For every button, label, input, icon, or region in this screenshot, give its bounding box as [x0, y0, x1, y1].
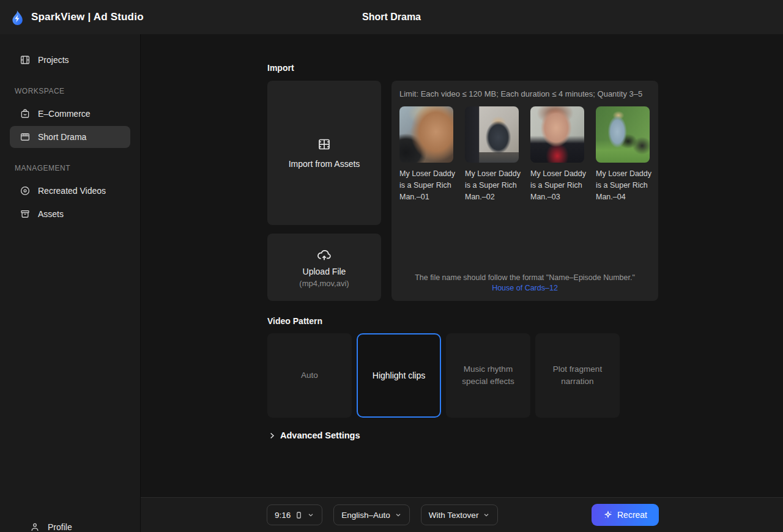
note-example-link[interactable]: House of Cards–12 — [392, 283, 658, 294]
shopping-bag-icon — [20, 108, 31, 119]
sidebar-item-recreated-videos[interactable]: Recreated Videos — [10, 180, 130, 202]
chevron-down-icon — [395, 511, 402, 519]
video-item: My Loser Daddy is a Super Rich Man.–04 — [596, 106, 655, 203]
disc-icon — [20, 185, 31, 196]
pattern-option-plot-fragment[interactable]: Plot fragment narration — [535, 333, 620, 418]
sidebar-item-label: Projects — [38, 55, 69, 65]
video-caption: My Loser Daddy is a Super Rich Man.–02 — [465, 168, 524, 203]
sidebar-section-management: MANAGEMENT — [15, 164, 140, 172]
sidebar-item-projects[interactable]: Projects — [10, 49, 130, 71]
person-icon — [29, 522, 40, 532]
projects-icon — [20, 54, 31, 65]
sidebar-item-label: Short Drama — [38, 132, 86, 142]
import-from-assets-button[interactable]: Import from Assets — [267, 81, 381, 225]
import-from-assets-label: Import from Assets — [289, 159, 360, 169]
sidebar-section-workspace: WORKSPACE — [15, 87, 140, 95]
recreate-button-label: Recreat — [617, 510, 647, 520]
language-dropdown[interactable]: English–Auto — [333, 504, 410, 525]
video-thumbnail-3[interactable] — [530, 106, 584, 163]
sidebar-item-label: Profile — [48, 522, 72, 532]
video-thumbnail-4[interactable] — [596, 106, 650, 163]
sidebar-item-label: Assets — [38, 209, 64, 219]
upload-file-label: Upload File — [303, 267, 346, 276]
aspect-ratio-value: 9:16 — [275, 511, 291, 520]
video-thumbnail-row: My Loser Daddy is a Super Rich Man.–01 M… — [399, 106, 650, 203]
brand-name: SparkView | Ad Studio — [31, 11, 144, 23]
video-caption: My Loser Daddy is a Super Rich Man.–04 — [596, 168, 655, 203]
film-grid-icon — [317, 137, 332, 152]
chevron-right-icon — [267, 431, 276, 440]
video-pattern-options: Auto Highlight clips Music rhythm specia… — [267, 333, 620, 418]
sparkle-icon — [603, 510, 613, 520]
bottom-action-bar: 9:16 English–Auto — [141, 497, 783, 532]
pattern-option-music-rhythm[interactable]: Music rhythm special effects — [446, 333, 530, 418]
app-window: Short Drama SparkView | Ad Studio — [0, 0, 783, 532]
video-item: My Loser Daddy is a Super Rich Man.–03 — [530, 106, 589, 203]
video-item: My Loser Daddy is a Super Rich Man.–02 — [465, 106, 524, 203]
sidebar-item-assets[interactable]: Assets — [10, 203, 130, 225]
sidebar-item-label: E–Commerce — [38, 109, 91, 119]
advanced-settings-label: Advanced Settings — [280, 430, 360, 440]
pattern-option-label: Auto — [301, 369, 318, 382]
chevron-down-icon — [483, 511, 490, 519]
archive-box-icon — [20, 209, 31, 220]
limit-text: Limit: Each video ≤ 120 MB; Each duratio… — [399, 89, 650, 98]
video-item: My Loser Daddy is a Super Rich Man.–01 — [399, 106, 458, 203]
aspect-ratio-dropdown[interactable]: 9:16 — [267, 504, 322, 525]
portrait-orientation-icon — [295, 511, 303, 520]
sidebar-item-ecommerce[interactable]: E–Commerce — [10, 103, 130, 125]
top-bar: Short Drama SparkView | Ad Studio — [0, 0, 783, 34]
video-thumbnail-1[interactable] — [399, 106, 453, 163]
note-text: The file name should follow the format "… — [392, 273, 658, 283]
imported-videos-panel: Limit: Each video ≤ 120 MB; Each duratio… — [392, 81, 658, 301]
pattern-option-label: Plot fragment narration — [544, 363, 611, 388]
output-settings: 9:16 English–Auto — [267, 504, 498, 525]
language-value: English–Auto — [341, 511, 390, 520]
chevron-down-icon — [307, 511, 314, 519]
upload-file-button[interactable]: Upload File (mp4,mov,avi) — [267, 234, 381, 301]
cloud-upload-icon — [316, 247, 332, 263]
pattern-option-highlight-clips[interactable]: Highlight clips — [357, 333, 441, 418]
import-section-title: Import — [267, 63, 294, 73]
upload-formats-label: (mp4,mov,avi) — [299, 279, 349, 288]
sidebar: Projects WORKSPACE E–Commerce S — [0, 34, 141, 532]
sidebar-item-label: Recreated Videos — [38, 186, 106, 196]
pattern-option-label: Highlight clips — [373, 369, 425, 382]
textover-dropdown[interactable]: With Textover — [421, 504, 499, 525]
sidebar-item-profile[interactable]: Profile — [20, 516, 141, 532]
brand: SparkView | Ad Studio — [0, 9, 144, 26]
flame-logo-icon — [9, 9, 25, 26]
video-thumbnail-2[interactable] — [465, 106, 519, 163]
pattern-option-label: Music rhythm special effects — [455, 363, 522, 388]
textover-value: With Textover — [429, 511, 479, 520]
recreate-button[interactable]: Recreat — [592, 504, 659, 526]
video-caption: My Loser Daddy is a Super Rich Man.–03 — [530, 168, 589, 203]
clapperboard-icon — [20, 131, 31, 142]
sidebar-item-short-drama[interactable]: Short Drama — [10, 126, 130, 148]
video-caption: My Loser Daddy is a Super Rich Man.–01 — [399, 168, 458, 203]
file-name-note: The file name should follow the format "… — [392, 273, 658, 294]
advanced-settings-toggle[interactable]: Advanced Settings — [267, 430, 360, 440]
video-pattern-section-title: Video Pattern — [267, 316, 322, 326]
pattern-option-auto[interactable]: Auto — [267, 333, 352, 418]
